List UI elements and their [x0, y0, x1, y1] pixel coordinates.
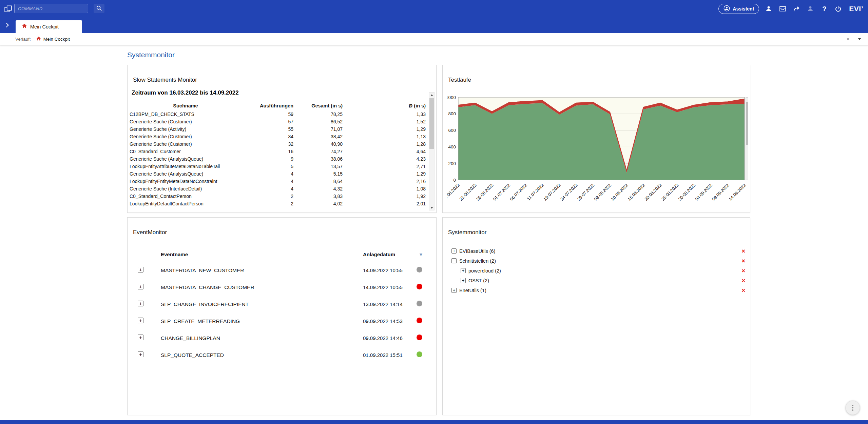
event-name: SLP_CHANGE_INVOICERECIPIENT	[161, 301, 249, 307]
ausfuehrungen-cell: 59	[242, 110, 294, 118]
collapse-icon[interactable]: −	[451, 258, 457, 263]
ausfuehrungen-cell: 5	[242, 163, 294, 170]
column-gesamt[interactable]: Gesamt (in s)	[294, 101, 345, 110]
slow-statement-row[interactable]: C12BPM_DB_CHECK_STATS5978,251,33	[130, 110, 428, 118]
tree-item[interactable]: −Schnittstellen (2)×	[451, 256, 745, 266]
chart-scrollbar[interactable]	[746, 97, 748, 180]
expand-icon[interactable]: +	[138, 284, 143, 289]
gesamt-cell: 74,27	[294, 148, 345, 155]
column-eventname[interactable]: Eventname	[161, 251, 188, 257]
expand-panel-chevron-icon[interactable]	[4, 23, 9, 27]
expand-icon[interactable]: +	[461, 268, 466, 273]
scroll-down-icon[interactable]	[429, 205, 434, 210]
delete-icon[interactable]: ×	[741, 268, 745, 274]
event-row[interactable]: +SLP_CHANGE_INVOICERECIPIENT13.09.2022 1…	[128, 296, 436, 312]
event-date: 14.09.2022 10:55	[363, 284, 403, 290]
expand-icon[interactable]: +	[451, 248, 457, 254]
suchname-cell: Generierte Suche (AnalysisQueue)	[130, 170, 242, 178]
command-input[interactable]	[14, 4, 88, 13]
slow-statement-row[interactable]: C0_Standard_ContactPerson23,831,92	[130, 193, 428, 200]
slow-statement-row[interactable]: LookupEntityEntityMetaDataNoConstraint48…	[130, 178, 428, 185]
dropdown-icon[interactable]	[858, 38, 861, 40]
sort-desc-icon[interactable]: ▼	[419, 252, 423, 257]
close-icon[interactable]: ×	[846, 36, 850, 42]
event-row[interactable]: +SLP_QUOTE_ACCEPTED01.09.2022 15:51	[128, 346, 436, 363]
tree-item[interactable]: +EnetUtils (1)×	[451, 285, 745, 295]
scrollbar-thumb[interactable]	[429, 98, 434, 149]
column-suchname[interactable]: Suchname	[130, 101, 242, 110]
table-header-row: Suchname Ausführungen Gesamt (in s) Ø (i…	[130, 101, 428, 110]
app-logo-icon[interactable]	[4, 5, 12, 13]
slow-statement-row[interactable]: Generierte Suche (Customer)5786,521,52	[130, 118, 428, 125]
slow-statement-row[interactable]: LookupEntityDefaultContactPerson24,022,0…	[130, 200, 428, 207]
svg-text:29.07.2022: 29.07.2022	[576, 183, 596, 202]
user-icon[interactable]	[764, 4, 773, 13]
secondary-user-icon[interactable]	[806, 4, 815, 13]
slow-statement-row[interactable]: Generierte Suche (InterfaceDetail)44,321…	[130, 185, 428, 193]
expand-icon[interactable]: +	[138, 351, 143, 357]
history-item-mein-cockpit[interactable]: Mein Cockpit	[36, 36, 70, 42]
event-row[interactable]: +MASTERDATA_CHANGE_CUSTOMER14.09.2022 10…	[128, 279, 436, 296]
column-ausfuehrungen[interactable]: Ausführungen	[242, 101, 294, 110]
delete-icon[interactable]: ×	[741, 248, 745, 254]
delete-icon[interactable]: ×	[741, 287, 745, 294]
help-icon[interactable]: ?	[820, 4, 829, 13]
more-button[interactable]	[846, 401, 860, 415]
delete-icon[interactable]: ×	[741, 258, 745, 264]
redo-icon[interactable]	[792, 4, 801, 13]
assistent-button[interactable]: Assistent	[718, 4, 759, 14]
assistent-icon	[724, 5, 730, 13]
expand-icon[interactable]: +	[138, 318, 143, 323]
scroll-up-icon[interactable]	[429, 93, 434, 98]
svg-text:30.08.2022: 30.08.2022	[677, 183, 697, 202]
scrollbar-track[interactable]	[429, 98, 434, 205]
event-table-header: Eventname Anlagedatum ▼	[128, 251, 436, 260]
svg-text:800: 800	[448, 111, 456, 116]
slow-statement-row[interactable]: Generierte Suche (Customer)3240,901,28	[130, 140, 428, 148]
search-button[interactable]	[94, 4, 104, 13]
event-row[interactable]: +MASTERDATA_NEW_CUSTOMER14.09.2022 10:55	[128, 262, 436, 279]
suchname-cell: C0_Standard_Customer	[130, 148, 242, 155]
event-name: MASTERDATA_NEW_CUSTOMER	[161, 267, 244, 274]
ausfuehrungen-cell: 2	[242, 193, 294, 200]
ausfuehrungen-cell: 16	[242, 148, 294, 155]
expand-icon[interactable]: +	[138, 335, 143, 340]
slow-statement-row[interactable]: Generierte Suche (Activity)5571,071,29	[130, 125, 428, 133]
inbox-icon[interactable]	[778, 4, 787, 13]
avg-cell: 4,23	[345, 155, 428, 163]
slow-statement-row[interactable]: Generierte Suche (AnalysisQueue)45,151,2…	[130, 170, 428, 178]
panel-title: Slow Statements Monitor	[133, 77, 197, 83]
slow-statement-row[interactable]: Generierte Suche (AnalysisQueue)938,064,…	[130, 155, 428, 163]
tree-item-label: OSST (2)	[468, 278, 489, 283]
tab-mein-cockpit[interactable]: Mein Cockpit	[16, 20, 82, 33]
system-monitor-panel: Systemmonitor +EVIBaseUtils (6)×−Schnitt…	[442, 217, 750, 415]
ausfuehrungen-cell: 4	[242, 170, 294, 178]
tree-item[interactable]: +OSST (2)×	[451, 276, 745, 285]
column-anlagedatum[interactable]: Anlagedatum	[363, 251, 395, 257]
expand-icon[interactable]: +	[461, 278, 466, 283]
tree-item[interactable]: +EVIBaseUtils (6)×	[451, 246, 745, 256]
expand-icon[interactable]: +	[138, 267, 143, 272]
gesamt-cell: 4,02	[294, 200, 345, 207]
power-icon[interactable]	[834, 4, 843, 13]
expand-icon[interactable]: +	[138, 301, 143, 306]
slow-statement-row[interactable]: C0_Standard_Customer1674,274,64	[130, 148, 428, 155]
event-row[interactable]: +SLP_CREATE_METERREADING09.09.2022 14:53	[128, 312, 436, 329]
svg-text:04.09.2022: 04.09.2022	[694, 183, 713, 202]
tree-item[interactable]: +powercloud (2)×	[451, 266, 745, 276]
delete-icon[interactable]: ×	[741, 278, 745, 284]
avg-cell: 4,64	[345, 148, 428, 155]
tree-item-label: EnetUtils (1)	[459, 288, 486, 293]
slow-statement-row[interactable]: Generierte Suche (Customer)3438,421,13	[130, 133, 428, 140]
search-icon	[96, 5, 102, 12]
svg-text:01.07.2022: 01.07.2022	[492, 183, 511, 202]
expand-icon[interactable]: +	[451, 288, 457, 293]
column-avg[interactable]: Ø (in s)	[345, 101, 428, 110]
chart-scrollbar-thumb[interactable]	[746, 102, 748, 145]
event-date: 09.09.2022 14:53	[363, 318, 403, 324]
slow-statements-panel: Slow Statements Monitor Zeitraum von 16.…	[127, 65, 437, 213]
event-row[interactable]: +CHANGE_BILLINGPLAN09.09.2022 14:46	[128, 329, 436, 346]
vertical-scrollbar[interactable]	[429, 92, 435, 210]
gesamt-cell: 38,42	[294, 133, 345, 140]
slow-statement-row[interactable]: LookupEntityAttributeMetaDataNoTableTail…	[130, 163, 428, 170]
